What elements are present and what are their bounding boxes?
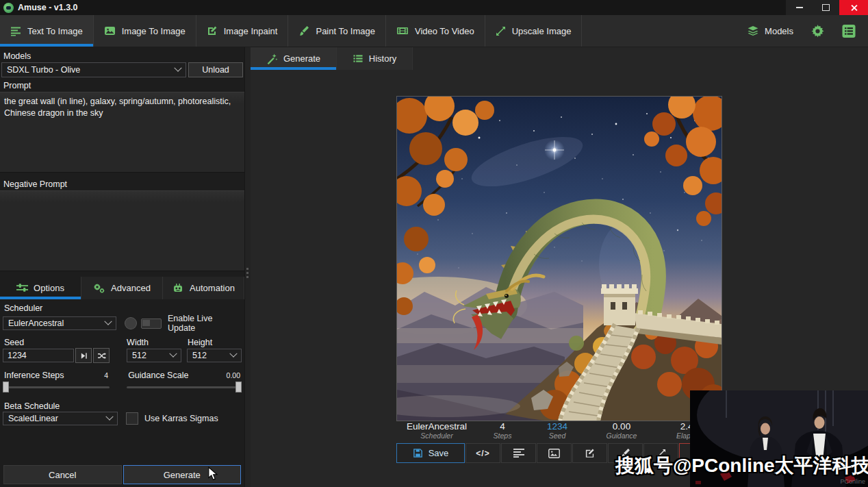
skip-next-icon [80, 352, 88, 360]
window-controls [786, 0, 868, 15]
tab-history[interactable]: History [337, 47, 413, 70]
send-to-image-button[interactable] [537, 443, 572, 463]
tab-label: History [369, 53, 396, 64]
tab-video-to-video[interactable]: Video To Video [386, 15, 485, 47]
metadata-label: Steps [477, 432, 528, 440]
beta-schedule-select[interactable]: ScaledLinear [3, 412, 118, 425]
send-to-inpaint-button[interactable] [572, 443, 607, 463]
tab-upscale-image[interactable]: Upscale Image [485, 15, 583, 47]
result-tabs: Generate History [251, 47, 868, 70]
guidance-scale-label: Guidance Scale [128, 371, 188, 380]
picture-icon [548, 449, 560, 458]
scheduler-label: Scheduler [3, 302, 242, 314]
close-button[interactable] [839, 0, 868, 15]
tab-paint-to-image[interactable]: Paint To Image [288, 15, 385, 47]
slider-thumb[interactable] [235, 382, 242, 392]
picture-icon [104, 25, 116, 36]
width-select-value: 512 [132, 351, 146, 360]
models-button-label: Models [765, 26, 793, 36]
seed-next-button[interactable] [75, 348, 92, 363]
save-button[interactable]: Save [396, 443, 465, 463]
unload-button[interactable]: Unload [188, 62, 243, 77]
cancel-button[interactable]: Cancel [3, 465, 122, 484]
copy-code-button[interactable]: </> [465, 443, 500, 463]
grid-list-icon [842, 25, 856, 38]
toolbar-right: Models [741, 15, 868, 47]
metadata-label: Guidance [587, 432, 656, 440]
live-update-label: Enable Live Update [168, 314, 242, 333]
models-button[interactable]: Models [741, 25, 799, 37]
splitter-grip-icon [246, 268, 248, 278]
tab-label: Options [34, 283, 64, 293]
beta-schedule-select-value: ScaledLinear [8, 414, 58, 423]
negative-prompt-textarea[interactable] [0, 190, 244, 271]
width-select[interactable]: 512 [127, 349, 181, 362]
tab-label: Upscale Image [512, 26, 572, 36]
tab-generate[interactable]: Generate [251, 47, 337, 70]
prompt-label: Prompt [0, 79, 244, 92]
watermark-text: 搜狐号@PConline太平洋科技 [615, 453, 868, 479]
tab-image-to-image[interactable]: Image To Image [94, 15, 196, 47]
model-select[interactable]: SDXL Turbo - Olive [1, 62, 186, 77]
left-panel: Models SDXL Turbo - Olive Unload Prompt … [0, 47, 244, 487]
main-toolbar: Text To Image Image To Image Image Inpai… [0, 15, 868, 47]
prompt-textarea[interactable]: the great wall (in line), galaxy, spring… [0, 92, 244, 173]
inference-steps-value: 4 [104, 371, 108, 379]
align-left-icon [513, 449, 524, 458]
tab-text-to-image[interactable]: Text To Image [0, 15, 94, 47]
dragon-great-wall-image [397, 97, 722, 421]
metadata-label: Seed [528, 432, 587, 440]
height-select-value: 512 [192, 351, 207, 360]
pip-watermark: PConline [840, 478, 865, 485]
seed-input[interactable] [3, 349, 74, 362]
settings-button[interactable] [806, 25, 830, 38]
slider-thumb[interactable] [3, 382, 9, 392]
karras-sigmas-checkbox[interactable] [126, 412, 138, 425]
tab-label: Image To Image [122, 26, 186, 36]
save-button-label: Save [429, 448, 449, 458]
unload-button-label: Unload [202, 65, 229, 75]
tab-automation[interactable]: Automation [163, 277, 244, 299]
close-icon [850, 4, 858, 12]
model-select-value: SDXL Turbo - Olive [7, 65, 80, 75]
amuse-app-window: Amuse - v1.3.0 Text To Image Image To Im… [0, 0, 868, 487]
metadata-value: EulerAncestral [396, 421, 477, 432]
seed-random-button[interactable] [93, 348, 110, 363]
height-select[interactable]: 512 [187, 349, 242, 362]
metadata-value: 1234 [528, 421, 587, 432]
tab-options[interactable]: Options [0, 277, 81, 299]
chevron-down-icon [229, 350, 237, 358]
square-pencil-icon [585, 448, 595, 458]
live-update-toggle[interactable] [141, 319, 162, 329]
tab-advanced[interactable]: Advanced [81, 277, 163, 299]
generate-button-label: Generate [164, 470, 201, 480]
metadata-value: 4 [477, 421, 528, 432]
guidance-scale-slider[interactable] [127, 381, 242, 393]
bullet-list-icon [353, 53, 363, 64]
magic-wand-icon [266, 53, 278, 64]
tab-label: Text To Image [27, 26, 83, 36]
scheduler-select-value: EulerAncestral [8, 319, 64, 328]
scheduler-select[interactable]: EulerAncestral [3, 316, 116, 330]
metadata-label: Scheduler [396, 432, 477, 440]
model-manager-button[interactable] [837, 25, 861, 38]
metadata-button[interactable] [501, 443, 536, 463]
restore-button[interactable] [813, 0, 839, 15]
metadata-seed: 1234 Seed [528, 421, 587, 440]
metadata-guidance: 0.00 Guidance [587, 421, 656, 440]
gears-icon [93, 283, 105, 294]
sliders-icon [16, 283, 28, 293]
generated-image[interactable] [396, 96, 722, 421]
mouse-cursor [207, 466, 218, 482]
chevron-down-icon [169, 350, 177, 358]
inference-steps-slider[interactable] [3, 381, 110, 393]
chevron-down-icon [105, 413, 113, 421]
tab-label: Video To Video [415, 26, 474, 36]
minimize-button[interactable] [786, 0, 813, 15]
width-label: Width [125, 336, 181, 348]
panel-splitter[interactable] [244, 47, 251, 487]
generate-button[interactable]: Generate [123, 465, 242, 484]
tab-image-inpaint[interactable]: Image Inpaint [196, 15, 289, 47]
layers-stack-icon [747, 25, 759, 37]
tab-label: Automation [190, 283, 235, 293]
